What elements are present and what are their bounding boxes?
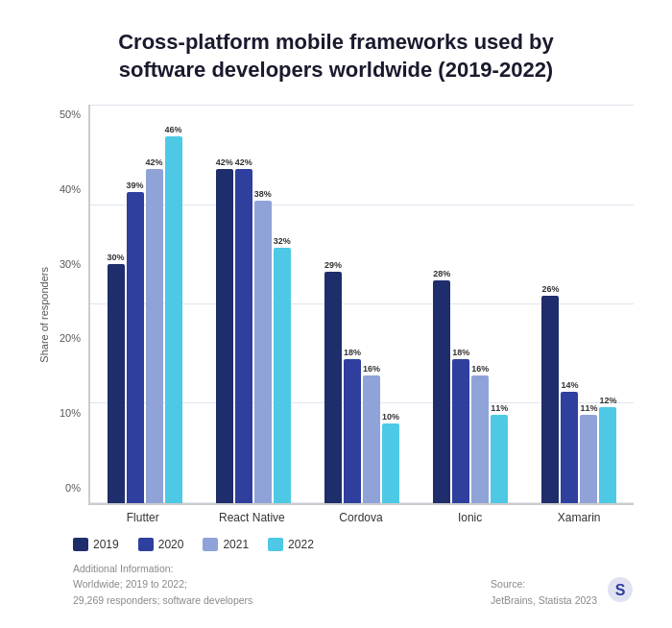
bar-value-label: 26% [541, 284, 559, 294]
x-axis-label: React Native [198, 511, 307, 524]
legend-item: 2019 [73, 538, 119, 551]
bar-wrap: 42% [216, 105, 233, 502]
x-axis-label: Flutter [88, 511, 198, 524]
legend-label: 2019 [93, 538, 119, 551]
y-axis-label: 40% [60, 183, 81, 195]
legend-item: 2022 [268, 538, 314, 551]
bar-value-label: 42% [235, 157, 252, 167]
bar-wrap: 18% [344, 105, 361, 502]
bar-value-label: 11% [491, 403, 508, 413]
bars: 28%18%16%11% [417, 105, 525, 502]
bars: 29%18%16%10% [307, 105, 416, 502]
footer-right: Source:JetBrains, Statista 2023 [491, 576, 597, 609]
bar [254, 201, 272, 503]
y-axis-label: 50% [60, 109, 81, 120]
bar-group-ionic: 28%18%16%11% [417, 105, 525, 502]
bar-wrap: 46% [165, 105, 182, 502]
x-labels: FlutterReact NativeCordovaIonicXamarin [88, 511, 634, 524]
statista-logo: S [607, 576, 634, 609]
bar-wrap: 12% [599, 105, 616, 502]
bar-value-label: 10% [382, 412, 399, 422]
legend-item: 2020 [138, 538, 184, 551]
bar-group-xamarin: 26%14%11%12% [525, 105, 634, 502]
bar [471, 375, 489, 503]
bar-value-label: 30% [108, 253, 125, 262]
bar-value-label: 16% [471, 364, 489, 374]
bar [344, 359, 361, 502]
legend: 2019202020212022 [73, 538, 634, 551]
bar [580, 415, 597, 502]
bar-wrap: 42% [146, 105, 163, 502]
bar-value-label: 39% [127, 181, 144, 190]
bar-group-flutter: 30%39%42%46% [90, 105, 199, 502]
bars: 30%39%42%46% [90, 105, 199, 502]
bar-value-label: 18% [344, 348, 361, 357]
y-axis-label: 0% [65, 482, 81, 494]
bar [452, 359, 469, 502]
chart-title: Cross-platform mobile frameworks used by… [38, 29, 634, 84]
bars: 42%42%38%32% [199, 105, 307, 502]
bar-group-react-native: 42%42%38%32% [199, 105, 307, 502]
bar-wrap: 30% [108, 105, 125, 502]
bar-value-label: 42% [216, 157, 233, 167]
bar [108, 264, 125, 503]
legend-color-box [268, 538, 283, 551]
y-axis-label: 10% [60, 407, 81, 419]
legend-color-box [73, 538, 88, 551]
bar-wrap: 28% [433, 105, 450, 502]
bar-wrap: 38% [254, 105, 272, 502]
bar-value-label: 32% [274, 236, 291, 246]
bar-value-label: 11% [580, 403, 597, 413]
y-axis-title: Share of responders [38, 267, 50, 363]
y-axis-label: 20% [60, 332, 81, 344]
bar [127, 192, 144, 502]
y-axis-label: 30% [60, 258, 81, 270]
bar-wrap: 16% [471, 105, 489, 502]
bar [363, 375, 380, 503]
bar [274, 248, 291, 502]
bar-value-label: 14% [561, 380, 578, 390]
x-axis-label: Cordova [306, 511, 416, 524]
bar-value-label: 46% [165, 125, 182, 134]
bar-wrap: 39% [127, 105, 144, 502]
y-axis: 50%40%30%20%10%0% [54, 105, 88, 523]
legend-label: 2021 [223, 538, 249, 551]
legend-label: 2022 [288, 538, 314, 551]
bar-value-label: 12% [599, 396, 616, 405]
bar-wrap: 42% [235, 105, 252, 502]
bar-value-label: 16% [363, 364, 380, 374]
bar-wrap: 11% [491, 105, 508, 502]
bar [491, 415, 508, 502]
bar [146, 169, 163, 503]
x-axis-label: Ionic [416, 511, 525, 524]
bar-wrap: 11% [580, 105, 597, 502]
bar [433, 280, 450, 503]
bar-wrap: 16% [363, 105, 380, 502]
bar [382, 423, 399, 503]
bar-wrap: 14% [561, 105, 578, 502]
legend-color-box [203, 538, 218, 551]
bars-container: 30%39%42%46%42%42%38%32%29%18%16%10%28%1… [88, 105, 634, 504]
bar-wrap: 26% [541, 105, 559, 502]
bar-value-label: 38% [254, 189, 272, 199]
bar-value-label: 42% [146, 157, 163, 167]
bar-wrap: 10% [382, 105, 399, 502]
bar [165, 136, 182, 502]
bar-value-label: 29% [324, 260, 342, 270]
bar [235, 169, 252, 503]
bar-value-label: 18% [452, 348, 469, 357]
bar [324, 272, 342, 502]
legend-item: 2021 [203, 538, 249, 551]
bar-group-cordova: 29%18%16%10% [307, 105, 416, 502]
chart-container: Cross-platform mobile frameworks used by… [0, 0, 672, 628]
bar-wrap: 18% [452, 105, 469, 502]
bar [561, 392, 578, 503]
footer-left: Additional Information:Worldwide; 2019 t… [73, 561, 491, 609]
bar-value-label: 28% [433, 269, 450, 278]
bar-wrap: 29% [324, 105, 342, 502]
footer: Additional Information:Worldwide; 2019 t… [73, 561, 634, 609]
legend-color-box [138, 538, 154, 551]
bar-wrap: 32% [274, 105, 291, 502]
svg-text:S: S [615, 582, 626, 598]
bar [216, 169, 233, 503]
